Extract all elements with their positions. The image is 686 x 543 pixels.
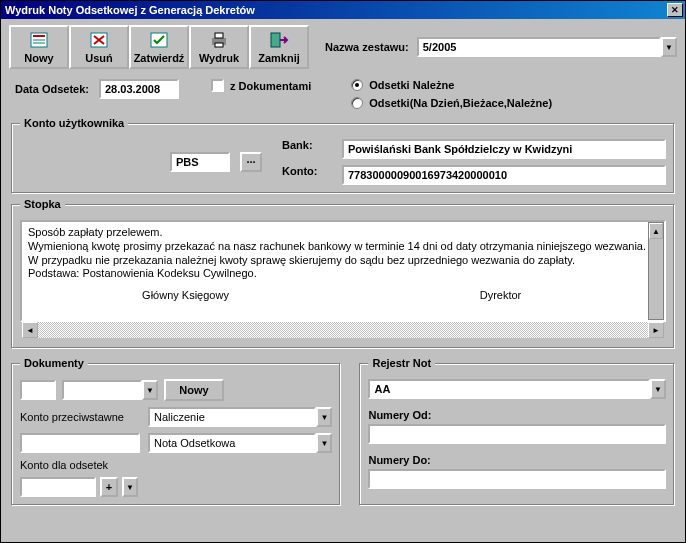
odsetki-all-label: Odsetki(Na Dzień,Bieżace,Należne) xyxy=(369,97,552,109)
konto-przeciwstawne-input[interactable] xyxy=(20,433,140,453)
konto-pbs-input[interactable]: PBS xyxy=(170,152,230,172)
sig-right: Dyrektor xyxy=(343,289,658,303)
konto-browse-button[interactable]: ··· xyxy=(240,152,262,172)
exit-icon xyxy=(269,31,289,49)
numery-od-input[interactable] xyxy=(368,424,666,444)
naliczenie-combo[interactable]: Naliczenie ▼ xyxy=(148,407,332,427)
stopka-textarea[interactable]: Sposób zapłaty przelewem. Wymienioną kwo… xyxy=(20,220,666,322)
konto-przeciwstawne-label: Konto przeciwstawne xyxy=(20,411,140,423)
plus-button[interactable]: + xyxy=(100,477,118,497)
odsetki-nalezne-radio[interactable] xyxy=(351,79,363,91)
chevron-down-icon[interactable]: ▼ xyxy=(650,379,666,399)
nazwa-zestawu-combo[interactable]: 5/2005 ▼ xyxy=(417,37,677,57)
data-odsetek-label: Data Odsetek: xyxy=(15,83,89,95)
close-button[interactable]: ✕ xyxy=(667,3,683,17)
toolbar: Nowy Usuń Zatwierdź Wydruk Zamknij Nazwa… xyxy=(1,19,685,75)
sig-left: Główny Księgowy xyxy=(28,289,343,303)
svg-rect-9 xyxy=(215,33,223,38)
chevron-down-icon[interactable]: ▼ xyxy=(316,407,332,427)
numery-do-input[interactable] xyxy=(368,469,666,489)
approve-icon xyxy=(149,31,169,49)
numery-od-label: Numery Od: xyxy=(368,409,666,421)
chevron-down-icon[interactable]: ▼ xyxy=(316,433,332,453)
stopka-group: Stopka Sposób zapłaty przelewem. Wymieni… xyxy=(11,198,675,349)
new-icon xyxy=(29,31,49,49)
stopka-legend: Stopka xyxy=(20,198,65,210)
stopka-scroll-v[interactable]: ▲ xyxy=(648,222,664,320)
konto-dla-odsetek-label: Konto dla odsetek xyxy=(20,459,140,471)
rejestr-not-group: Rejestr Not AA ▼ Numery Od: Numery Do: xyxy=(359,357,675,506)
chevron-down-icon[interactable]: ▼ xyxy=(122,477,138,497)
scroll-left-icon[interactable]: ◄ xyxy=(22,322,38,338)
delete-icon xyxy=(89,31,109,49)
zatwierdz-button[interactable]: Zatwierdź xyxy=(129,25,189,69)
usun-button[interactable]: Usuń xyxy=(69,25,129,69)
dok-combo1[interactable]: ▼ xyxy=(62,380,158,400)
nota-combo[interactable]: Nota Odsetkowa ▼ xyxy=(148,433,332,453)
rejestr-combo[interactable]: AA ▼ xyxy=(368,379,666,399)
konto-odsetek-input[interactable] xyxy=(20,477,96,497)
wydruk-button[interactable]: Wydruk xyxy=(189,25,249,69)
rejestr-legend: Rejestr Not xyxy=(368,357,435,369)
z-dokumentami-label: z Dokumentami xyxy=(230,80,311,92)
dok-nowy-button[interactable]: Nowy xyxy=(164,379,224,401)
konto-label: Konto: xyxy=(282,165,332,185)
data-odsetek-input[interactable]: 28.03.2008 xyxy=(99,79,179,99)
main-window: Wydruk Noty Odsetkowej z Generacją Dekre… xyxy=(0,0,686,543)
print-icon xyxy=(209,31,229,49)
chevron-down-icon[interactable]: ▼ xyxy=(142,380,158,400)
konto-value: 77830000090016973420000010 xyxy=(342,165,666,185)
title-bar: Wydruk Noty Odsetkowej z Generacją Dekre… xyxy=(1,1,685,19)
scroll-up-icon[interactable]: ▲ xyxy=(649,223,663,239)
svg-rect-11 xyxy=(271,33,280,47)
odsetki-all-radio[interactable] xyxy=(351,97,363,109)
nowy-button[interactable]: Nowy xyxy=(9,25,69,69)
odsetki-nalezne-label: Odsetki Należne xyxy=(369,79,454,91)
numery-do-label: Numery Do: xyxy=(368,454,666,466)
bank-label: Bank: xyxy=(282,139,332,159)
z-dokumentami-checkbox[interactable] xyxy=(211,79,224,92)
nazwa-zestawu-label: Nazwa zestawu: xyxy=(325,41,409,53)
window-title: Wydruk Noty Odsetkowej z Generacją Dekre… xyxy=(3,4,667,16)
stopka-scroll-h[interactable]: ◄ ► xyxy=(22,322,664,338)
konto-uzytkownika-group: Konto użytkownika PBS ··· Bank: Powiślań… xyxy=(11,117,675,194)
dok-input1[interactable] xyxy=(20,380,56,400)
zamknij-button[interactable]: Zamknij xyxy=(249,25,309,69)
chevron-down-icon[interactable]: ▼ xyxy=(661,37,677,57)
dokumenty-group: Dokumenty ▼ Nowy Konto przeciwstawne Nal… xyxy=(11,357,341,506)
dokumenty-legend: Dokumenty xyxy=(20,357,88,369)
bank-value: Powiślański Bank Spółdzielczy w Kwidzyni xyxy=(342,139,666,159)
svg-rect-10 xyxy=(215,43,223,47)
konto-uzytkownika-legend: Konto użytkownika xyxy=(20,117,128,129)
scroll-right-icon[interactable]: ► xyxy=(648,322,664,338)
